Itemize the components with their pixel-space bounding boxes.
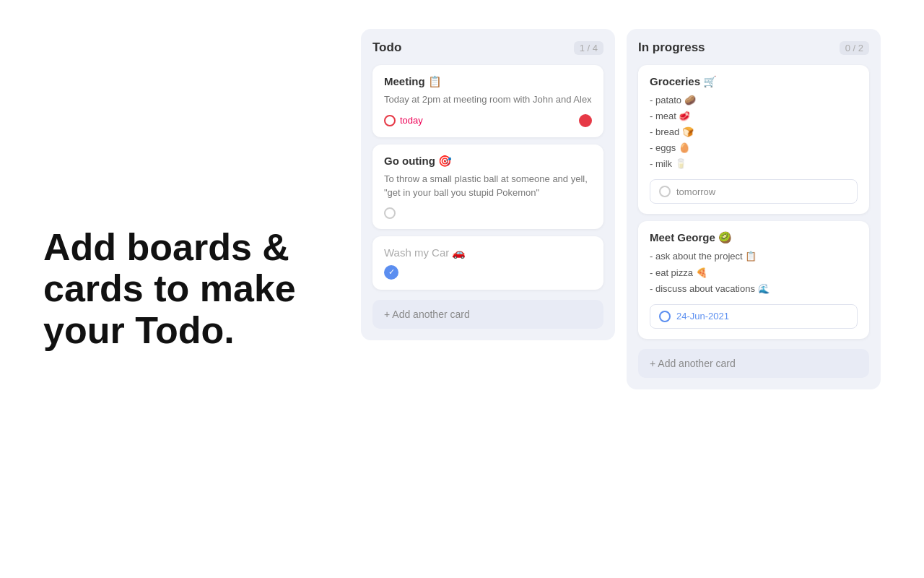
card-wash-car: Wash my Car 🚗 ✓ [372, 236, 603, 290]
boards-area: Todo 1 / 4 Meeting 📋 Today at 2pm at mee… [361, 29, 881, 549]
george-item-0: - ask about the project 📋 [650, 249, 858, 264]
grocery-item-4: - milk 🥛 [650, 156, 858, 172]
card-meet-george: Meet George 🥝 - ask about the project 📋 … [638, 221, 869, 338]
wash-car-title: Wash my Car 🚗 [384, 246, 592, 259]
column-todo: Todo 1 / 4 Meeting 📋 Today at 2pm at mee… [361, 29, 615, 340]
todo-add-card-button[interactable]: + Add another card [372, 300, 603, 329]
grocery-item-0: - patato 🥔 [650, 92, 858, 108]
meeting-radio[interactable] [384, 115, 396, 126]
page-container: Add boards & cards to make your Todo. To… [0, 0, 924, 578]
card-meeting: Meeting 📋 Today at 2pm at meeting room w… [372, 65, 603, 137]
grocery-item-3: - eggs 🥚 [650, 140, 858, 156]
meeting-red-dot [579, 114, 592, 127]
column-in-progress: In progress 0 / 2 Groceries 🛒 - patato 🥔… [627, 29, 881, 389]
outing-body: To throw a small plastic ball at someone… [384, 172, 592, 200]
meet-george-radio[interactable] [659, 311, 671, 322]
todo-count: 1 / 4 [574, 41, 603, 55]
card-groceries: Groceries 🛒 - patato 🥔 - meat 🥩 - bread … [638, 65, 869, 214]
todo-title: Todo [372, 40, 401, 55]
meet-george-title: Meet George 🥝 [650, 231, 858, 244]
outing-radio[interactable] [384, 207, 396, 219]
wash-car-check[interactable]: ✓ [384, 265, 398, 280]
groceries-title: Groceries 🛒 [650, 75, 858, 88]
wash-car-footer: ✓ [384, 265, 592, 280]
groceries-radio[interactable] [659, 186, 671, 197]
outing-title: Go outing 🎯 [384, 155, 592, 168]
meeting-date: today [384, 115, 423, 126]
hero-text: Add boards & cards to make your Todo. [43, 227, 332, 351]
in-progress-header: In progress 0 / 2 [638, 40, 869, 55]
in-progress-title: In progress [638, 40, 705, 55]
groceries-date-row: tomorrow [650, 179, 858, 204]
in-progress-add-card-button[interactable]: + Add another card [638, 349, 869, 378]
george-item-1: - eat pizza 🍕 [650, 265, 858, 281]
card-go-outing: Go outing 🎯 To throw a small plastic bal… [372, 144, 603, 229]
hero-heading: Add boards & cards to make your Todo. [43, 227, 332, 351]
groceries-date: tomorrow [676, 186, 715, 197]
grocery-item-2: - bread 🍞 [650, 124, 858, 140]
meeting-title: Meeting 📋 [384, 75, 592, 88]
meet-george-date-row: 24-Jun-2021 [650, 304, 858, 329]
meeting-body: Today at 2pm at meeting room with John a… [384, 92, 592, 107]
groceries-items: - patato 🥔 - meat 🥩 - bread 🍞 - eggs 🥚 -… [650, 92, 858, 172]
george-item-2: - discuss about vacations 🌊 [650, 281, 858, 297]
outing-footer [384, 207, 592, 219]
in-progress-count: 0 / 2 [840, 41, 869, 55]
meet-george-items: - ask about the project 📋 - eat pizza 🍕 … [650, 249, 858, 296]
meeting-footer: today [384, 114, 592, 127]
meet-george-date: 24-Jun-2021 [676, 311, 729, 322]
todo-header: Todo 1 / 4 [372, 40, 603, 55]
grocery-item-1: - meat 🥩 [650, 108, 858, 124]
